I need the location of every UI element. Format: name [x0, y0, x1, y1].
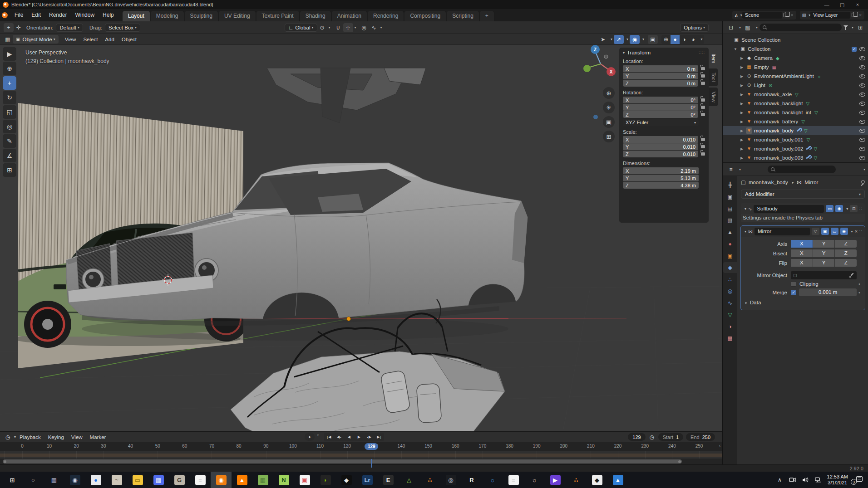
outliner-row[interactable]: ▶ ▼ moonhawk_body.003 ▽ ◆ ▦ ☼ ⊙ ✓	[723, 153, 868, 162]
scene-copy-icon[interactable]	[784, 13, 788, 17]
taskbar-unity[interactable]: ◆	[336, 472, 357, 488]
auto-keying-record-button[interactable]: ●	[305, 433, 315, 441]
timeline-track[interactable]	[0, 451, 722, 459]
tool-add-cube[interactable]: ⊞	[3, 163, 16, 177]
active-tool-icon[interactable]: +	[4, 23, 14, 32]
breadcrumb-modifier[interactable]: Mirror	[804, 180, 818, 185]
outliner-row[interactable]: ▶ ⊙ Light ▽ ◆ ▦ ☼ ⊙ ✓	[723, 81, 868, 90]
tool-select-box[interactable]: ▶	[3, 47, 16, 61]
expander-icon[interactable]: ▶	[740, 56, 744, 60]
mode-dropdown[interactable]: ▣Object Mode▾	[13, 35, 59, 44]
scale-field[interactable]: Z0.010	[623, 151, 698, 157]
tool-cursor[interactable]: ⊕	[3, 62, 16, 75]
outliner-item-label[interactable]: moonhawk_body	[754, 128, 794, 133]
display-realtime-toggle[interactable]: ▭	[831, 228, 838, 235]
scale-field[interactable]: X0.010	[623, 136, 698, 143]
tray-expand-chevron-icon[interactable]: ∧	[776, 476, 784, 483]
properties-search-input[interactable]	[768, 166, 836, 173]
display-realtime-toggle[interactable]: ▭	[826, 205, 833, 212]
expander-icon[interactable]: ▶	[740, 74, 744, 78]
frame-start-field[interactable]: Start1	[658, 433, 683, 441]
taskbar-geforce[interactable]: ◗	[315, 472, 336, 488]
view-layer-copy-icon[interactable]	[852, 13, 856, 17]
proportional-editing-icon[interactable]: ◎	[359, 23, 369, 32]
navigation-gizmo[interactable]: Z X	[580, 42, 621, 84]
use-preview-range-icon[interactable]: ◷	[648, 434, 656, 441]
viewport-menu-item[interactable]: Select	[79, 37, 101, 42]
taskbar-movies-tv[interactable]: ▶	[545, 472, 566, 488]
editor-type-icon[interactable]: ▦	[3, 35, 13, 44]
scene-unlink-icon[interactable]: ×	[791, 13, 794, 18]
taskbar-ms-store[interactable]: ▣	[294, 472, 315, 488]
taskbar-epic-games[interactable]: E	[378, 472, 399, 488]
scene-name-field[interactable]: Scene	[742, 12, 782, 19]
bisect-toggle[interactable]: X	[791, 249, 813, 257]
snap-target-icon[interactable]: ⊹	[343, 23, 353, 32]
pan-hand-button[interactable]: ✳	[603, 102, 615, 113]
workspace-tab[interactable]: Texture Paint	[256, 11, 300, 21]
orientation-dropdown[interactable]: Default▾	[56, 24, 83, 32]
notification-center-icon[interactable]: 3	[853, 476, 863, 483]
view-layer-name-field[interactable]: View Layer	[810, 12, 850, 19]
clipping-checkbox[interactable]	[791, 281, 796, 287]
tool-transform[interactable]: ◎	[3, 120, 16, 133]
menu-item[interactable]: Edit	[27, 9, 45, 21]
transport-next-keyframe[interactable]: •▶	[364, 433, 374, 441]
menu-item[interactable]: Window	[71, 9, 99, 21]
softbody-name-field[interactable]: Softbody	[754, 205, 824, 213]
prop-tab-material[interactable]: ◑	[723, 321, 737, 332]
prop-tab-tool[interactable]: ╋	[723, 180, 737, 190]
outliner-item-label[interactable]: moonhawk_body.001	[754, 137, 803, 142]
taskbar-beamng[interactable]: ~	[106, 472, 127, 488]
network-ethernet-icon[interactable]	[814, 476, 822, 483]
lock-icon[interactable]	[701, 67, 705, 70]
expander-icon[interactable]: ▶	[740, 93, 744, 97]
merge-threshold-field[interactable]: 0.001 m	[799, 288, 857, 296]
taskbar-notepad[interactable]: ≡	[190, 472, 211, 488]
display-render-toggle[interactable]: ◉	[840, 228, 848, 235]
breadcrumb-object[interactable]: moonhawk_body	[749, 180, 788, 185]
menu-item[interactable]: File	[10, 9, 27, 21]
taskbar-steam[interactable]: ◉	[64, 472, 85, 488]
current-frame-field[interactable]: 129	[628, 433, 645, 441]
timeline-editor-icon[interactable]: ◷	[3, 433, 13, 442]
taskbar-obs[interactable]: ◎	[440, 472, 461, 488]
tool-measure[interactable]: ∡	[3, 149, 16, 162]
axis-toggle[interactable]: Z	[835, 240, 857, 248]
outliner-search-input[interactable]	[760, 24, 842, 31]
view-layer-selector[interactable]: ▧▾ View Layer ×	[800, 11, 864, 20]
new-collection-icon[interactable]: ⊞	[855, 23, 865, 32]
drag-handle[interactable]: ∷	[859, 206, 863, 211]
workspace-tab[interactable]: +	[480, 11, 494, 21]
visibility-eye-icon[interactable]	[859, 83, 865, 88]
timeline-menu-item[interactable]: Playback	[16, 434, 44, 440]
workspace-tab[interactable]: UV Editing	[219, 11, 256, 21]
outliner-row[interactable]: ▶ ▼ moonhawk_battery ▽ ◆ ▦ ☼ ⊙ ✓	[723, 117, 868, 126]
taskbar-notepad-plus[interactable]: N	[273, 472, 294, 488]
outliner-row[interactable]: ▶ ▼ moonhawk_axle ▽ ◆ ▦ ☼ ⊙ ✓	[723, 90, 868, 99]
outliner-item-label[interactable]: Light	[754, 83, 765, 88]
prop-tab-view-layer[interactable]: ▧	[723, 215, 737, 226]
prop-tab-world[interactable]: ●	[723, 239, 737, 249]
lock-icon[interactable]	[701, 113, 705, 116]
dimension-field[interactable]: X2.19 m	[623, 167, 699, 174]
outliner-item-label[interactable]: Camera	[754, 55, 773, 61]
outliner-row[interactable]: ▣ Scene Collection ▽ ◆ ▦ ☼ ⊙ ✓	[723, 35, 868, 44]
add-modifier-button[interactable]: Add Modifier▾	[741, 190, 865, 199]
sidebar-tab[interactable]: Tool	[709, 68, 718, 86]
data-subpanel-label[interactable]: Data	[750, 300, 761, 305]
viewport-menu-item[interactable]: Object	[118, 37, 140, 42]
collapse-icon[interactable]: ▾	[745, 207, 746, 211]
shading-rendered-icon[interactable]: ◕	[689, 35, 698, 44]
bisect-toggle[interactable]: Y	[813, 249, 835, 257]
expander-icon[interactable]: ▶	[740, 138, 744, 142]
workspace-tab[interactable]: Shading	[300, 11, 331, 21]
prop-tab-physics[interactable]: ◎	[723, 286, 737, 297]
minimize-button[interactable]: —	[819, 0, 834, 9]
outliner-row[interactable]: ▶ ▼ moonhawk_backlight ▽ ◆ ▦ ☼ ⊙ ✓	[723, 99, 868, 108]
lock-icon[interactable]	[701, 82, 705, 85]
maximize-button[interactable]: ▢	[834, 0, 850, 9]
outliner-row[interactable]: ▼ ▣ Collection ▽ ◆ ▦ ☼ ⊙ ✓	[723, 44, 868, 54]
falloff-curve-icon[interactable]: ∿	[369, 23, 379, 32]
visibility-eye-icon[interactable]	[859, 120, 865, 124]
